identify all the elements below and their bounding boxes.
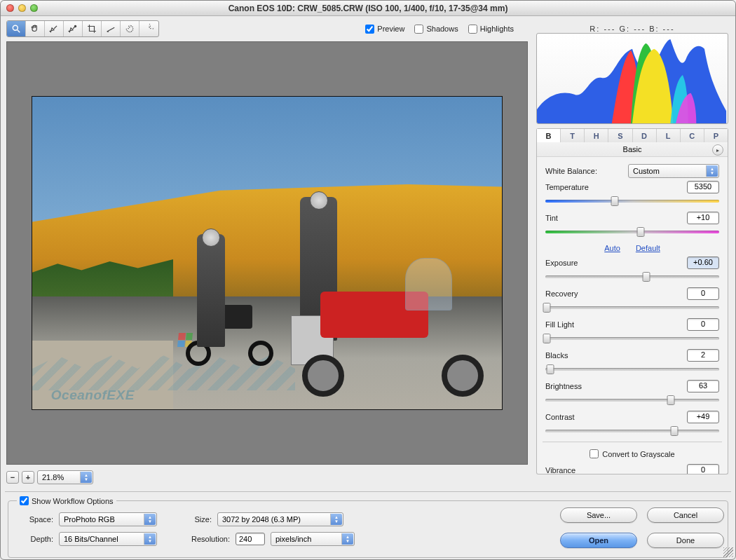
shadows-checkbox[interactable]: Shadows [414,25,458,34]
contrast-label: Contrast [545,413,575,421]
window-title: Canon EOS 10D: CRW_5085.CRW (ISO 100, 1/… [229,4,508,13]
rotate-ccw-icon[interactable] [121,21,139,36]
watermark: OceanofEXE [51,388,135,403]
zoom-icon[interactable] [30,4,38,12]
contrast-slider[interactable] [545,426,719,436]
image-preview[interactable]: OceanofEXE [6,41,528,465]
grayscale-label: Convert to Grayscale [602,450,674,458]
preview-checkbox[interactable]: Preview [365,25,404,34]
temperature-slider[interactable] [545,196,719,206]
minimize-icon[interactable] [18,4,26,12]
brightness-slider[interactable] [545,395,719,405]
vibrance-value[interactable]: 0 [687,464,719,474]
straighten-tool[interactable] [102,21,121,36]
blacks-slider[interactable] [545,364,719,374]
rgb-readout: R: --- G: --- B: --- [536,25,728,33]
white-balance-select[interactable]: Custom [628,164,719,178]
fill-light-value[interactable]: 0 [687,318,719,331]
size-label: Size: [185,515,212,524]
zoom-in-button[interactable]: + [22,471,34,484]
rotate-cw-icon[interactable] [139,21,158,36]
fill-light-label: Fill Light [545,320,574,329]
resolution-label: Resolution: [185,535,230,543]
tab-hsl[interactable]: H [585,129,608,142]
open-button[interactable]: Open [560,533,637,548]
white-balance-label: White Balance: [545,167,597,175]
toolbox [6,20,159,37]
tint-value[interactable]: +10 [687,212,719,224]
default-link[interactable]: Default [636,244,660,252]
tab-basic[interactable]: B [537,129,561,142]
temperature-label: Temperature [545,183,589,191]
svg-line-1 [18,30,20,33]
histogram[interactable] [536,33,728,124]
tab-detail[interactable]: D [633,129,657,142]
resolution-unit-select[interactable]: pixels/inch [271,532,355,546]
blacks-value[interactable]: 2 [687,349,719,362]
tint-slider[interactable] [545,227,719,237]
tint-label: Tint [545,214,558,222]
fill-light-slider[interactable] [545,334,719,343]
color-sampler-tool[interactable] [64,21,83,36]
depth-label: Depth: [17,535,53,543]
exposure-label: Exposure [545,259,578,267]
panel-menu-icon[interactable]: ▸ [712,144,723,156]
brightness-value[interactable]: 63 [687,380,719,392]
panel-tabs: B T H S D L C P [536,128,728,142]
crop-tool[interactable] [83,21,102,36]
contrast-value[interactable]: +49 [687,411,719,423]
done-button[interactable]: Done [647,533,724,548]
vibrance-label: Vibrance [545,466,575,474]
resize-grip-icon[interactable] [723,547,733,557]
exposure-value[interactable]: +0.60 [687,257,719,269]
recovery-value[interactable]: 0 [687,287,719,300]
zoom-level-select[interactable]: 21.8% [37,470,93,484]
resolution-input[interactable] [236,533,265,545]
show-workflow-checkbox[interactable] [20,496,29,505]
size-select[interactable]: 3072 by 2048 (6.3 MP) [217,512,343,526]
space-label: Space: [17,515,53,524]
titlebar[interactable]: Canon EOS 10D: CRW_5085.CRW (ISO 100, 1/… [1,1,735,16]
camera-raw-window: Canon EOS 10D: CRW_5085.CRW (ISO 100, 1/… [0,0,736,560]
exposure-slider[interactable] [545,272,719,282]
recovery-label: Recovery [545,289,578,298]
photo: OceanofEXE [32,96,503,410]
recovery-slider[interactable] [545,303,719,313]
tab-presets[interactable]: P [704,129,728,142]
zoom-out-button[interactable]: − [6,471,19,484]
auto-link[interactable]: Auto [604,244,620,252]
panel-title: Basic [623,145,642,153]
grayscale-checkbox[interactable] [590,449,599,458]
tab-split[interactable]: S [608,129,632,142]
tab-lens[interactable]: L [657,129,681,142]
svg-point-0 [13,25,18,30]
tab-tone-curve[interactable]: T [561,129,585,142]
close-icon[interactable] [6,4,14,12]
hand-tool[interactable] [26,21,45,36]
blacks-label: Blacks [545,351,568,360]
save-button[interactable]: Save... [560,507,637,523]
depth-select[interactable]: 16 Bits/Channel [59,532,157,546]
tab-calibration[interactable]: C [681,129,704,142]
zoom-tool[interactable] [7,21,26,36]
cancel-button[interactable]: Cancel [647,507,724,523]
brightness-label: Brightness [545,382,582,390]
white-balance-tool[interactable] [45,21,64,36]
highlights-checkbox[interactable]: Highlights [468,25,514,34]
temperature-value[interactable]: 5350 [687,181,719,193]
space-select[interactable]: ProPhoto RGB [59,512,157,526]
